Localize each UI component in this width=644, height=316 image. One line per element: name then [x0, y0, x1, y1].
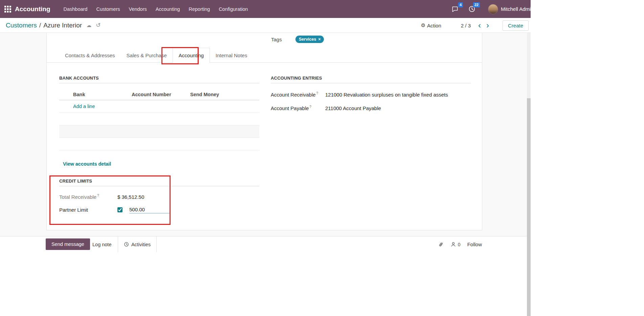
- tab-accounting[interactable]: Accounting: [173, 48, 210, 63]
- log-note-button[interactable]: Log note: [92, 236, 111, 252]
- clock-icon: [124, 242, 129, 247]
- account-receivable-label: Account Receivable?: [271, 91, 325, 98]
- partner-limit-row: Partner Limit: [59, 204, 259, 215]
- record-pager-value: 2 / 3: [461, 23, 471, 28]
- breadcrumb-separator: /: [39, 22, 41, 29]
- nav-item-dashboard[interactable]: Dashboard: [59, 0, 92, 18]
- credit-limits-section-title: CREDIT LIMITS: [59, 178, 259, 186]
- control-panel: Customers / Azure Interior ☁ ↺ ⚙ Action …: [0, 18, 531, 33]
- nav-item-vendors[interactable]: Vendors: [125, 0, 151, 18]
- account-payable-value[interactable]: 211000 Account Payable: [325, 105, 471, 111]
- bank-accounts-table: Bank Account Number Send Money Add a lin…: [59, 89, 259, 150]
- schedule-activity-button[interactable]: Activities: [118, 236, 157, 252]
- tags-field-label: Tags: [271, 37, 295, 42]
- account-receivable-row: Account Receivable? 121000 Revaluation s…: [271, 91, 471, 98]
- help-tooltip-icon: ?: [97, 194, 99, 197]
- bank-accounts-section-title: BANK ACCOUNTS: [59, 76, 259, 83]
- discard-undo-icon[interactable]: ↺: [96, 22, 101, 29]
- help-tooltip-icon: ?: [316, 91, 318, 95]
- table-row: [59, 138, 259, 150]
- table-row: [59, 113, 259, 125]
- tag-services[interactable]: Services ×: [295, 36, 324, 43]
- top-navbar: Accounting Dashboard Customers Vendors A…: [0, 0, 531, 18]
- bank-table-header-row: Bank Account Number Send Money: [59, 89, 259, 100]
- accounting-entries-section-title: ACCOUNTING ENTRIES: [271, 76, 471, 83]
- account-payable-row: Account Payable? 211000 Account Payable: [271, 105, 471, 111]
- navbar-right: 4 22 Mitchell Admin: [449, 0, 531, 18]
- person-icon: [450, 241, 456, 247]
- pager-next-button[interactable]: ›: [484, 21, 492, 29]
- nav-item-customers[interactable]: Customers: [92, 0, 124, 18]
- app-brand[interactable]: Accounting: [15, 5, 50, 13]
- action-menu-label: Action: [427, 23, 441, 28]
- tags-field-row: Tags Services ×: [271, 36, 324, 43]
- activities-button[interactable]: 22: [466, 0, 478, 18]
- table-row: Add a line: [59, 100, 259, 113]
- followers-count: 0: [458, 242, 461, 247]
- breadcrumb-current-record: Azure Interior: [43, 22, 82, 29]
- tab-sales-purchase[interactable]: Sales & Purchase: [121, 48, 173, 63]
- chatter-bar: Send message Log note Activities 0 Follo…: [0, 236, 531, 252]
- left-column: BANK ACCOUNTS Bank Account Number Send M…: [59, 76, 259, 215]
- cloud-save-icon[interactable]: ☁: [86, 22, 91, 28]
- tag-remove-icon[interactable]: ×: [318, 37, 320, 42]
- activities-label: Activities: [131, 242, 151, 247]
- create-button[interactable]: Create: [503, 20, 529, 31]
- user-avatar[interactable]: [488, 4, 498, 14]
- send-message-button[interactable]: Send message: [46, 238, 90, 250]
- control-panel-right: ⚙ Action 2 / 3 ‹ › Create: [421, 18, 529, 33]
- app-window: Accounting Dashboard Customers Vendors A…: [0, 0, 531, 316]
- tag-services-label: Services: [299, 37, 316, 42]
- vertical-scrollbar-thumb[interactable]: [527, 98, 531, 316]
- view-accounts-detail-link[interactable]: View accounts detail: [63, 161, 111, 167]
- user-name[interactable]: Mitchell Admin: [501, 6, 531, 12]
- column-header-bank[interactable]: Bank: [73, 92, 132, 97]
- table-row: [59, 125, 259, 138]
- total-receivable-row: Total Receivable? $ 36,512.50: [59, 191, 259, 203]
- pager-previous-button[interactable]: ‹: [475, 21, 484, 29]
- activities-badge: 22: [473, 2, 480, 7]
- partner-limit-input[interactable]: [129, 206, 170, 213]
- followers-button[interactable]: 0: [450, 241, 461, 247]
- content-area: Tags Services × Contacts & Addresses Sal…: [0, 33, 531, 236]
- messages-badge: 4: [458, 2, 463, 7]
- breadcrumb: Customers / Azure Interior: [6, 22, 82, 29]
- total-receivable-label: Total Receivable?: [59, 194, 106, 200]
- form-sheet: Tags Services × Contacts & Addresses Sal…: [46, 33, 482, 230]
- column-header-send-money[interactable]: Send Money: [190, 92, 259, 97]
- message-bubble-icon: [451, 6, 459, 12]
- column-header-account-number[interactable]: Account Number: [132, 92, 190, 97]
- main-menu: Dashboard Customers Vendors Accounting R…: [59, 0, 252, 18]
- partner-limit-label: Partner Limit: [59, 207, 106, 213]
- account-payable-label: Account Payable?: [271, 105, 325, 111]
- add-a-line-link[interactable]: Add a line: [73, 104, 132, 109]
- help-tooltip-icon: ?: [310, 105, 312, 109]
- nav-item-configuration[interactable]: Configuration: [214, 0, 252, 18]
- action-menu-button[interactable]: ⚙ Action: [421, 22, 441, 28]
- account-receivable-value[interactable]: 121000 Revaluation surpluses on tangible…: [325, 92, 471, 98]
- partner-limit-cell: [117, 206, 259, 213]
- breadcrumb-customers-link[interactable]: Customers: [6, 22, 37, 29]
- chatter-right-tools: 0 Follow: [438, 236, 482, 252]
- nav-item-accounting[interactable]: Accounting: [151, 0, 184, 18]
- total-receivable-value: $ 36,512.50: [117, 194, 259, 200]
- vertical-scrollbar-track[interactable]: [527, 33, 531, 316]
- right-column: ACCOUNTING ENTRIES Account Receivable? 1…: [271, 76, 471, 111]
- notebook-tabs: Contacts & Addresses Sales & Purchase Ac…: [59, 48, 253, 63]
- partner-limit-checkbox[interactable]: [117, 207, 123, 212]
- apps-grid-icon[interactable]: [4, 6, 11, 13]
- follow-button[interactable]: Follow: [467, 241, 482, 247]
- credit-limits-section: CREDIT LIMITS Total Receivable? $ 36,512…: [59, 178, 259, 215]
- messages-button[interactable]: 4: [449, 0, 461, 18]
- paperclip-icon[interactable]: [437, 240, 445, 249]
- tab-internal-notes[interactable]: Internal Notes: [210, 48, 253, 63]
- gear-icon: ⚙: [421, 22, 425, 28]
- nav-item-reporting[interactable]: Reporting: [184, 0, 215, 18]
- tab-contacts-addresses[interactable]: Contacts & Addresses: [59, 48, 121, 63]
